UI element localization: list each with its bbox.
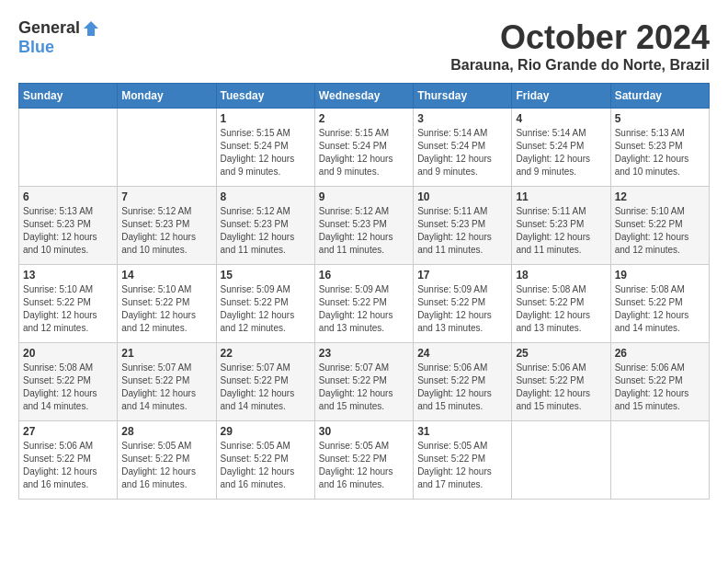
calendar-cell: 21Sunrise: 5:07 AM Sunset: 5:22 PM Dayli…: [118, 343, 216, 421]
day-number: 2: [319, 112, 409, 125]
logo-blue: Blue: [18, 38, 54, 57]
calendar-cell: 30Sunrise: 5:05 AM Sunset: 5:22 PM Dayli…: [314, 421, 413, 500]
day-number: 27: [23, 425, 113, 438]
weekday-header-cell: Friday: [512, 84, 610, 109]
day-number: 24: [417, 347, 507, 360]
day-info: Sunrise: 5:14 AM Sunset: 5:24 PM Dayligh…: [417, 127, 507, 178]
day-info: Sunrise: 5:06 AM Sunset: 5:22 PM Dayligh…: [23, 440, 113, 491]
calendar-week-row: 1Sunrise: 5:15 AM Sunset: 5:24 PM Daylig…: [19, 109, 710, 187]
logo-icon: [82, 19, 100, 38]
day-number: 12: [615, 190, 705, 203]
day-number: 22: [221, 347, 311, 360]
day-info: Sunrise: 5:11 AM Sunset: 5:23 PM Dayligh…: [516, 205, 606, 257]
calendar-cell: 16Sunrise: 5:09 AM Sunset: 5:22 PM Dayli…: [314, 265, 413, 343]
day-info: Sunrise: 5:06 AM Sunset: 5:22 PM Dayligh…: [417, 362, 507, 413]
calendar-cell: 19Sunrise: 5:08 AM Sunset: 5:22 PM Dayli…: [610, 265, 709, 343]
day-info: Sunrise: 5:09 AM Sunset: 5:22 PM Dayligh…: [417, 283, 507, 335]
day-info: Sunrise: 5:06 AM Sunset: 5:22 PM Dayligh…: [516, 362, 606, 413]
day-info: Sunrise: 5:11 AM Sunset: 5:23 PM Dayligh…: [417, 205, 507, 257]
day-info: Sunrise: 5:14 AM Sunset: 5:24 PM Dayligh…: [516, 127, 606, 178]
weekday-header-cell: Monday: [118, 84, 216, 109]
day-info: Sunrise: 5:13 AM Sunset: 5:23 PM Dayligh…: [615, 127, 705, 178]
calendar-cell: 5Sunrise: 5:13 AM Sunset: 5:23 PM Daylig…: [610, 109, 709, 187]
day-number: 8: [221, 190, 311, 203]
calendar-body: 1Sunrise: 5:15 AM Sunset: 5:24 PM Daylig…: [19, 109, 710, 500]
calendar-week-row: 27Sunrise: 5:06 AM Sunset: 5:22 PM Dayli…: [19, 421, 710, 500]
calendar-cell: [512, 421, 610, 500]
day-info: Sunrise: 5:05 AM Sunset: 5:22 PM Dayligh…: [319, 440, 409, 491]
calendar-cell: 7Sunrise: 5:12 AM Sunset: 5:23 PM Daylig…: [118, 187, 216, 265]
calendar-cell: 11Sunrise: 5:11 AM Sunset: 5:23 PM Dayli…: [512, 187, 610, 265]
weekday-header-cell: Thursday: [414, 84, 512, 109]
day-number: 4: [516, 112, 606, 125]
svg-marker-0: [84, 21, 98, 36]
calendar-cell: 23Sunrise: 5:07 AM Sunset: 5:22 PM Dayli…: [314, 343, 413, 421]
day-info: Sunrise: 5:12 AM Sunset: 5:23 PM Dayligh…: [221, 205, 311, 257]
day-info: Sunrise: 5:07 AM Sunset: 5:22 PM Dayligh…: [221, 362, 311, 413]
weekday-header-cell: Saturday: [610, 84, 709, 109]
day-number: 29: [221, 425, 311, 438]
day-info: Sunrise: 5:08 AM Sunset: 5:22 PM Dayligh…: [23, 362, 113, 413]
day-info: Sunrise: 5:10 AM Sunset: 5:22 PM Dayligh…: [23, 283, 113, 335]
day-number: 7: [121, 190, 211, 203]
day-info: Sunrise: 5:13 AM Sunset: 5:23 PM Dayligh…: [23, 205, 113, 257]
day-number: 1: [221, 112, 311, 125]
calendar-cell: 31Sunrise: 5:05 AM Sunset: 5:22 PM Dayli…: [414, 421, 512, 500]
calendar-cell: 28Sunrise: 5:05 AM Sunset: 5:22 PM Dayli…: [118, 421, 216, 500]
day-info: Sunrise: 5:15 AM Sunset: 5:24 PM Dayligh…: [221, 127, 311, 178]
day-number: 11: [516, 190, 606, 203]
calendar-cell: [19, 109, 118, 187]
calendar-cell: 20Sunrise: 5:08 AM Sunset: 5:22 PM Dayli…: [19, 343, 118, 421]
day-number: 9: [319, 190, 409, 203]
day-info: Sunrise: 5:06 AM Sunset: 5:22 PM Dayligh…: [615, 362, 705, 413]
page-header: General Blue October 2024 Barauna, Rio G…: [18, 18, 710, 74]
day-info: Sunrise: 5:12 AM Sunset: 5:23 PM Dayligh…: [121, 205, 211, 257]
day-number: 15: [221, 269, 311, 282]
day-info: Sunrise: 5:09 AM Sunset: 5:22 PM Dayligh…: [319, 283, 409, 335]
day-number: 21: [121, 347, 211, 360]
calendar-week-row: 20Sunrise: 5:08 AM Sunset: 5:22 PM Dayli…: [19, 343, 710, 421]
day-number: 3: [417, 112, 507, 125]
day-number: 17: [417, 269, 507, 282]
day-number: 30: [319, 425, 409, 438]
calendar-cell: 13Sunrise: 5:10 AM Sunset: 5:22 PM Dayli…: [19, 265, 118, 343]
day-info: Sunrise: 5:10 AM Sunset: 5:22 PM Dayligh…: [121, 283, 211, 335]
day-info: Sunrise: 5:08 AM Sunset: 5:22 PM Dayligh…: [516, 283, 606, 335]
day-number: 20: [23, 347, 113, 360]
calendar-cell: 22Sunrise: 5:07 AM Sunset: 5:22 PM Dayli…: [216, 343, 314, 421]
calendar-cell: 17Sunrise: 5:09 AM Sunset: 5:22 PM Dayli…: [414, 265, 512, 343]
calendar-cell: 2Sunrise: 5:15 AM Sunset: 5:24 PM Daylig…: [314, 109, 413, 187]
day-number: 23: [319, 347, 409, 360]
weekday-header-cell: Sunday: [19, 84, 118, 109]
day-number: 16: [319, 269, 409, 282]
calendar-cell: [610, 421, 709, 500]
weekday-header-row: SundayMondayTuesdayWednesdayThursdayFrid…: [19, 84, 710, 109]
day-info: Sunrise: 5:05 AM Sunset: 5:22 PM Dayligh…: [417, 440, 507, 491]
day-number: 6: [23, 190, 113, 203]
calendar-cell: 29Sunrise: 5:05 AM Sunset: 5:22 PM Dayli…: [216, 421, 314, 500]
day-number: 26: [615, 347, 705, 360]
day-number: 31: [417, 425, 507, 438]
day-number: 19: [615, 269, 705, 282]
location-title: Barauna, Rio Grande do Norte, Brazil: [450, 57, 710, 74]
day-info: Sunrise: 5:08 AM Sunset: 5:22 PM Dayligh…: [615, 283, 705, 335]
day-info: Sunrise: 5:10 AM Sunset: 5:22 PM Dayligh…: [615, 205, 705, 257]
day-info: Sunrise: 5:07 AM Sunset: 5:22 PM Dayligh…: [319, 362, 409, 413]
day-number: 25: [516, 347, 606, 360]
day-number: 10: [417, 190, 507, 203]
calendar-cell: 12Sunrise: 5:10 AM Sunset: 5:22 PM Dayli…: [610, 187, 709, 265]
calendar-cell: 8Sunrise: 5:12 AM Sunset: 5:23 PM Daylig…: [216, 187, 314, 265]
calendar-week-row: 6Sunrise: 5:13 AM Sunset: 5:23 PM Daylig…: [19, 187, 710, 265]
day-info: Sunrise: 5:05 AM Sunset: 5:22 PM Dayligh…: [121, 440, 211, 491]
calendar-cell: 3Sunrise: 5:14 AM Sunset: 5:24 PM Daylig…: [414, 109, 512, 187]
calendar-cell: 25Sunrise: 5:06 AM Sunset: 5:22 PM Dayli…: [512, 343, 610, 421]
day-info: Sunrise: 5:07 AM Sunset: 5:22 PM Dayligh…: [121, 362, 211, 413]
calendar-cell: 15Sunrise: 5:09 AM Sunset: 5:22 PM Dayli…: [216, 265, 314, 343]
calendar-cell: 1Sunrise: 5:15 AM Sunset: 5:24 PM Daylig…: [216, 109, 314, 187]
day-info: Sunrise: 5:05 AM Sunset: 5:22 PM Dayligh…: [221, 440, 311, 491]
day-number: 28: [121, 425, 211, 438]
day-info: Sunrise: 5:12 AM Sunset: 5:23 PM Dayligh…: [319, 205, 409, 257]
calendar-cell: 18Sunrise: 5:08 AM Sunset: 5:22 PM Dayli…: [512, 265, 610, 343]
calendar-week-row: 13Sunrise: 5:10 AM Sunset: 5:22 PM Dayli…: [19, 265, 710, 343]
logo-general: General: [18, 18, 80, 38]
